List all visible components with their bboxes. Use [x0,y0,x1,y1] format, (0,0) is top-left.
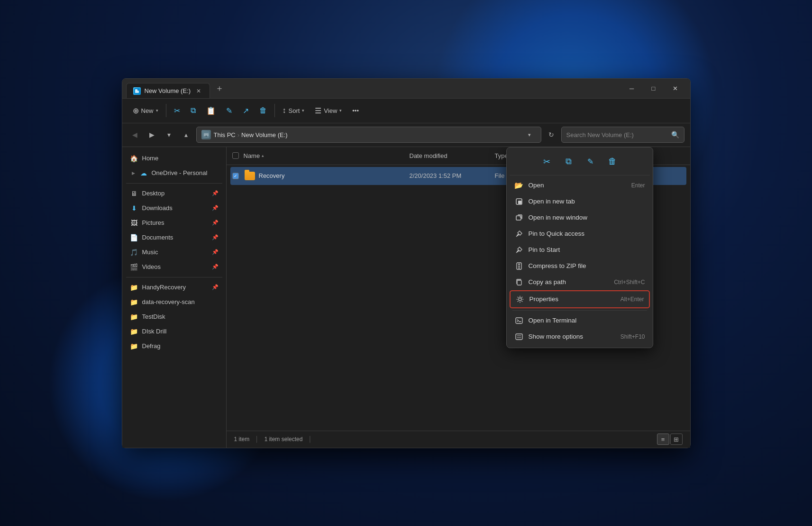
ctx-copy-path-item[interactable]: Copy as path Ctrl+Shift+C [510,274,650,290]
list-view-button[interactable]: ≡ [657,434,669,445]
minimize-button[interactable]: ─ [621,81,643,96]
folder-icon: 📁 [130,298,138,306]
paste-button[interactable]: 📋 [201,102,220,119]
svg-rect-13 [518,266,520,267]
ctx-delete-button[interactable]: 🗑 [602,153,622,170]
sidebar-item-downloads[interactable]: ⬇ Downloads 📌 [124,201,224,215]
back-button[interactable]: ◀ [128,128,142,142]
ctx-compress-zip-label: Compress to ZIP file [529,262,586,269]
sort-arrow-icon: ▾ [302,108,304,113]
new-tab-button[interactable]: ＋ [212,81,227,96]
ctx-show-more-item[interactable]: Show more options Shift+F10 [510,329,650,345]
recent-locations-button[interactable]: ▾ [162,128,176,142]
up-button[interactable]: ▴ [179,128,193,142]
sidebar-item-label: Documents [142,234,173,241]
share-button[interactable]: ↗ [238,102,254,119]
sidebar-item-documents[interactable]: 📄 Documents 📌 [124,231,224,245]
pin-icon: 📌 [212,249,219,255]
sort-button[interactable]: ↕ Sort ▾ [278,102,310,119]
checked-checkbox: ✓ [232,173,239,179]
ctx-pin-quick-access-item[interactable]: Pin to Quick access [510,226,650,242]
copy-button[interactable]: ⧉ [186,102,201,119]
expand-arrow-icon: ▶ [130,169,137,177]
search-box[interactable]: Search New Volume (E:) 🔍 [561,127,684,143]
ctx-compress-zip-icon [514,261,524,271]
svg-rect-7 [518,201,521,204]
sidebar-item-label: Videos [142,263,161,270]
sort-label: Sort [289,107,300,114]
ctx-rename-button[interactable]: ✎ [581,153,601,170]
sidebar-item-music[interactable]: 🎵 Music 📌 [124,245,224,259]
sidebar-item-pictures[interactable]: 🖼 Pictures 📌 [124,216,224,230]
forward-button[interactable]: ▶ [145,128,159,142]
title-tab[interactable]: New Volume (E:) ✕ [126,83,210,98]
ctx-pin-quick-access-label: Pin to Quick access [529,230,585,237]
refresh-button[interactable]: ↻ [544,128,558,142]
view-button[interactable]: ☰ View ▾ [310,102,347,119]
ctx-pin-start-label: Pin to Start [529,246,560,253]
tab-close-button[interactable]: ✕ [194,87,203,95]
svg-rect-12 [518,264,520,265]
main-content: 🏠 Home ▶ ☁ OneDrive - Personal 🖥 Desktop… [122,147,690,448]
maximize-button[interactable]: □ [643,81,665,96]
rename-button[interactable]: ✎ [221,102,237,119]
sidebar-item-home[interactable]: 🏠 Home [124,151,224,166]
ctx-copy-button[interactable]: ⧉ [559,153,579,170]
sidebar-item-disk-drill[interactable]: 📁 DIsk Drill [124,324,224,339]
address-input[interactable]: This PC › New Volume (E:) ▾ [196,127,541,143]
ctx-compress-zip-item[interactable]: Compress to ZIP file [510,258,650,274]
ctx-open-terminal-item[interactable]: Open in Terminal [510,313,650,329]
sidebar-item-desktop[interactable]: 🖥 Desktop 📌 [124,186,224,201]
downloads-icon: ⬇ [130,204,138,212]
view-label: View [324,107,337,114]
new-button[interactable]: ⊕ New ▾ [128,102,163,119]
sidebar-item-defrag[interactable]: 📁 Defrag [124,339,224,353]
select-all-checkbox[interactable] [232,152,244,159]
copy-icon: ⧉ [191,106,196,115]
row-checkbox[interactable]: ✓ [232,173,244,179]
selected-count: 1 item selected [265,436,303,443]
cut-button[interactable]: ✂ [169,102,185,119]
ctx-open-item[interactable]: 📂 Open Enter [510,177,650,194]
home-icon: 🏠 [130,154,138,163]
ctx-open-new-window-icon [514,213,524,222]
sidebar-item-handyrecovery[interactable]: 📁 HandyRecovery 📌 [124,280,224,295]
ctx-cut-button[interactable]: ✂ [537,153,557,170]
delete-button[interactable]: 🗑 [255,102,272,119]
this-pc-crumb[interactable]: This PC [214,131,236,138]
address-bar: ◀ ▶ ▾ ▴ This PC › New Volume (E:) ▾ ↻ Se… [122,123,690,147]
context-menu-icon-row: ✂ ⧉ ✎ 🗑 [510,150,650,175]
more-options-button[interactable]: ••• [347,102,364,119]
svg-rect-2 [135,89,137,91]
date-column-header[interactable]: Date modified [410,152,495,159]
sidebar-item-testdisk[interactable]: 📁 TestDisk [124,310,224,324]
ctx-pin-start-icon [514,245,524,255]
ctx-open-new-window-item[interactable]: Open in new window [510,210,650,226]
ctx-pin-start-item[interactable]: Pin to Start [510,242,650,258]
ctx-properties-item[interactable]: Properties Alt+Enter [510,290,650,308]
toolbar-separator-1 [166,104,166,117]
close-button[interactable]: ✕ [665,81,686,96]
address-dropdown-button[interactable]: ▾ [523,128,536,141]
name-column-header[interactable]: Name ▴ [244,152,410,159]
breadcrumb: This PC › New Volume (E:) [214,131,520,138]
folder-type-icon [244,170,256,182]
sidebar-item-videos[interactable]: 🎬 Videos 📌 [124,260,224,274]
sidebar-divider-2 [126,277,222,277]
pin-icon: 📌 [212,264,219,270]
ctx-open-label: Open [529,182,544,189]
file-explorer-window: New Volume (E:) ✕ ＋ ─ □ ✕ ⊕ New ▾ ✂ ⧉ 📋 … [122,78,691,448]
sidebar-item-data-recovery[interactable]: 📁 data-recovery-scan [124,295,224,309]
tab-icon [133,87,141,95]
ctx-open-new-tab-label: Open in new tab [529,198,575,205]
header-checkbox[interactable] [232,152,239,159]
ctx-pin-quick-access-icon [514,229,524,239]
sidebar-item-onedrive[interactable]: ▶ ☁ OneDrive - Personal [124,166,224,180]
volume-crumb[interactable]: New Volume (E:) [241,131,288,138]
details-view-button[interactable]: ⊞ [670,434,683,445]
ctx-open-new-tab-item[interactable]: Open in new tab [510,194,650,210]
ctx-divider-1 [512,310,647,311]
pictures-icon: 🖼 [130,219,138,227]
music-icon: 🎵 [130,248,138,257]
ctx-open-terminal-icon [514,316,524,325]
